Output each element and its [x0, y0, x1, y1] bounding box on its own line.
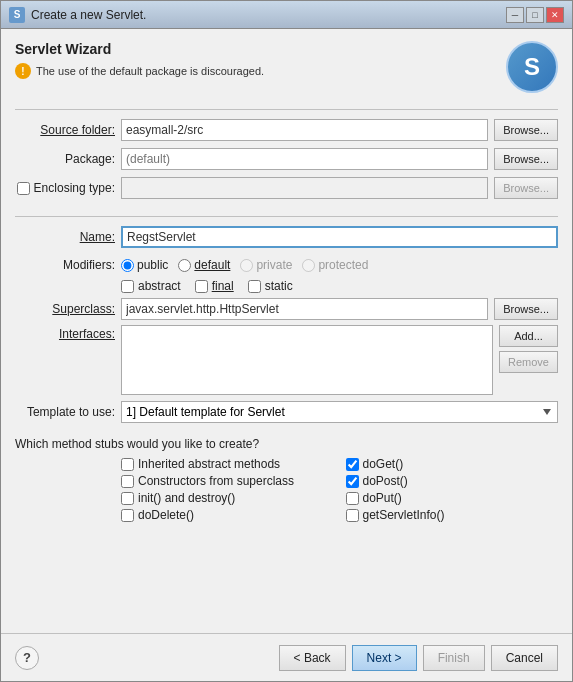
- back-button[interactable]: < Back: [279, 645, 346, 671]
- warning-row: ! The use of the default package is disc…: [15, 63, 264, 79]
- final-checkbox-label[interactable]: final: [195, 279, 234, 293]
- static-checkbox[interactable]: [248, 280, 261, 293]
- interfaces-buttons: Add... Remove: [499, 325, 558, 373]
- minimize-button[interactable]: ─: [506, 7, 524, 23]
- source-folder-browse-button[interactable]: Browse...: [494, 119, 558, 141]
- interfaces-row: Interfaces: Add... Remove: [15, 325, 558, 395]
- stub-init-destroy-checkbox[interactable]: [121, 492, 134, 505]
- enclosing-type-label: Enclosing type:: [34, 181, 115, 195]
- name-row: Name:: [15, 225, 558, 249]
- wizard-header-left: Servlet Wizard ! The use of the default …: [15, 41, 264, 79]
- servlet-logo: S: [506, 41, 558, 93]
- main-window: S Create a new Servlet. ─ □ ✕ Servlet Wi…: [0, 0, 573, 682]
- wizard-header: Servlet Wizard ! The use of the default …: [15, 41, 558, 93]
- modifier-public[interactable]: public: [121, 258, 168, 272]
- stub-dopost-checkbox[interactable]: [346, 475, 359, 488]
- stub-doput-checkbox[interactable]: [346, 492, 359, 505]
- window-icon: S: [9, 7, 25, 23]
- package-label: Package:: [15, 152, 115, 166]
- source-folder-label: Source folder:: [15, 123, 115, 137]
- finish-button: Finish: [423, 645, 485, 671]
- section-divider-1: [15, 216, 558, 217]
- method-stubs-section: Which method stubs would you like to cre…: [15, 437, 558, 522]
- enclosing-type-input[interactable]: [121, 177, 488, 199]
- footer-right: < Back Next > Finish Cancel: [279, 645, 558, 671]
- template-row: Template to use: 1] Default template for…: [15, 401, 558, 423]
- modifiers-options: public default private protected: [121, 258, 368, 272]
- title-bar-controls: ─ □ ✕: [506, 7, 564, 23]
- interfaces-label: Interfaces:: [15, 327, 115, 341]
- stub-getservletinfo-checkbox[interactable]: [346, 509, 359, 522]
- modifier-default[interactable]: default: [178, 258, 230, 272]
- enclosing-type-browse-button: Browse...: [494, 177, 558, 199]
- modifier-protected[interactable]: protected: [302, 258, 368, 272]
- title-bar-left: S Create a new Servlet.: [9, 7, 146, 23]
- superclass-browse-button[interactable]: Browse...: [494, 298, 558, 320]
- modifier-private[interactable]: private: [240, 258, 292, 272]
- cancel-button[interactable]: Cancel: [491, 645, 558, 671]
- superclass-label: Superclass:: [15, 302, 115, 316]
- enclosing-type-checkbox[interactable]: [17, 182, 30, 195]
- source-folder-row: Source folder: Browse...: [15, 118, 558, 142]
- interfaces-remove-button: Remove: [499, 351, 558, 373]
- header-divider: [15, 109, 558, 110]
- stub-constructors-checkbox[interactable]: [121, 475, 134, 488]
- stub-inherited-abstract[interactable]: Inherited abstract methods: [121, 457, 334, 471]
- package-input[interactable]: [121, 148, 488, 170]
- stub-dodelete-checkbox[interactable]: [121, 509, 134, 522]
- stub-doget[interactable]: doGet(): [346, 457, 559, 471]
- method-stubs-title: Which method stubs would you like to cre…: [15, 437, 558, 451]
- modifiers-checkboxes-row: abstract final static: [121, 279, 558, 293]
- name-label: Name:: [15, 230, 115, 244]
- footer-left: ?: [15, 646, 39, 670]
- form-section: Source folder: Browse... Package: Browse…: [15, 118, 558, 200]
- package-row: Package: Browse...: [15, 147, 558, 171]
- stub-doget-checkbox[interactable]: [346, 458, 359, 471]
- static-checkbox-label[interactable]: static: [248, 279, 293, 293]
- dialog-content: Servlet Wizard ! The use of the default …: [1, 29, 572, 633]
- stubs-grid: Inherited abstract methods doGet() Const…: [121, 457, 558, 522]
- stub-init-destroy[interactable]: init() and destroy(): [121, 491, 334, 505]
- final-checkbox[interactable]: [195, 280, 208, 293]
- package-browse-button[interactable]: Browse...: [494, 148, 558, 170]
- stub-dopost[interactable]: doPost(): [346, 474, 559, 488]
- interfaces-textarea[interactable]: [121, 325, 493, 395]
- source-folder-input[interactable]: [121, 119, 488, 141]
- stub-getservletinfo[interactable]: getServletInfo(): [346, 508, 559, 522]
- modifiers-label: Modifiers:: [15, 258, 115, 272]
- modifiers-row: Modifiers: public default private protec…: [15, 253, 558, 277]
- footer: ? < Back Next > Finish Cancel: [1, 633, 572, 681]
- name-input[interactable]: [121, 226, 558, 248]
- next-button[interactable]: Next >: [352, 645, 417, 671]
- abstract-checkbox[interactable]: [121, 280, 134, 293]
- wizard-title: Servlet Wizard: [15, 41, 264, 57]
- stub-doput[interactable]: doPut(): [346, 491, 559, 505]
- superclass-row: Superclass: Browse...: [15, 297, 558, 321]
- warning-text: The use of the default package is discou…: [36, 65, 264, 77]
- stub-inherited-abstract-checkbox[interactable]: [121, 458, 134, 471]
- warning-icon: !: [15, 63, 31, 79]
- template-label: Template to use:: [15, 405, 115, 419]
- stub-dodelete[interactable]: doDelete(): [121, 508, 334, 522]
- title-bar: S Create a new Servlet. ─ □ ✕: [1, 1, 572, 29]
- title-text: Create a new Servlet.: [31, 8, 146, 22]
- stub-constructors[interactable]: Constructors from superclass: [121, 474, 334, 488]
- maximize-button[interactable]: □: [526, 7, 544, 23]
- interfaces-add-button[interactable]: Add...: [499, 325, 558, 347]
- enclosing-type-row: Enclosing type: Browse...: [15, 176, 558, 200]
- template-select[interactable]: 1] Default template for Servlet: [121, 401, 558, 423]
- superclass-input[interactable]: [121, 298, 488, 320]
- abstract-checkbox-label[interactable]: abstract: [121, 279, 181, 293]
- close-button[interactable]: ✕: [546, 7, 564, 23]
- help-button[interactable]: ?: [15, 646, 39, 670]
